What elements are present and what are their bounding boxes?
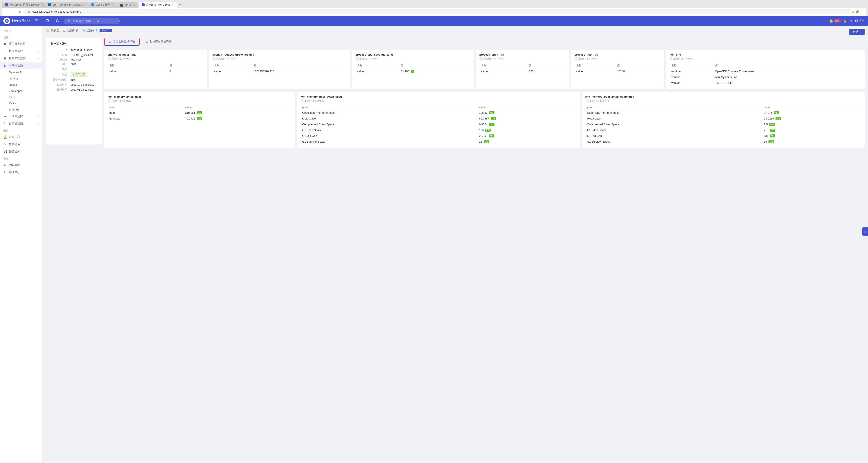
col-name-4: 名称 bbox=[479, 63, 527, 68]
metric-card-shenyu-request-total: shenyu_request_total 🕐 采集时间: 12:03:52 名称… bbox=[104, 50, 207, 89]
address-bar[interactable]: 🔒 localhost:4200/monitors/19523237124864… bbox=[24, 9, 850, 14]
search-input[interactable] bbox=[73, 20, 116, 23]
sidebar-item-os-monitor[interactable]: ⊞ 操作系统监控 ▾ bbox=[0, 55, 42, 62]
tab-favicon-1 bbox=[5, 3, 8, 6]
sidebar-subitem-shenyu[interactable]: ShenYu bbox=[0, 107, 42, 113]
search-bar[interactable]: 🔍 bbox=[64, 18, 120, 24]
forward-button[interactable]: → bbox=[11, 9, 16, 14]
cell-pool: G1 Eden Space bbox=[301, 127, 477, 133]
metric-time-8: 🕐 采集时间: 12:03:52 bbox=[301, 99, 577, 103]
sidebar-item-db-monitor[interactable]: ☰ 数据库监控 ▾ bbox=[0, 48, 42, 55]
browser-tab-2[interactable]: 邮件 - gong tom - Outlook ✕ bbox=[45, 2, 88, 8]
sidebar-subitem-tomcat[interactable]: Tomcat bbox=[0, 76, 42, 82]
table-row: Metaspace 51.7887 MB bbox=[301, 116, 577, 121]
sidebar-item-help-center[interactable]: ? 帮助中心 bbox=[0, 169, 42, 176]
tab-favicon-4 bbox=[120, 4, 123, 7]
sidebar-item-alert-notify[interactable]: 📢 告警通知 bbox=[0, 148, 42, 155]
metrics-row-2: jvm_memory_bytes_used 🕐 采集时间: 12:03:52 a… bbox=[104, 92, 865, 148]
sidebar-item-middleware-monitor[interactable]: ◉ 中间件监控 ▴ bbox=[0, 62, 42, 69]
unit-mb: MB bbox=[489, 123, 494, 126]
unit-mb: MB bbox=[197, 117, 202, 120]
unit-mb: MB bbox=[769, 140, 774, 143]
sidebar-item-alert-center[interactable]: 🔔 告警中心 bbox=[0, 134, 42, 141]
breadcrumb-sep-1: / bbox=[60, 29, 61, 32]
cell-value: OpenJDK Runtime Environment bbox=[713, 68, 861, 75]
menu-button[interactable]: ☰ bbox=[33, 18, 40, 24]
clock-icon-2: 🕐 bbox=[212, 57, 215, 60]
settings-button[interactable]: ⚙ bbox=[849, 19, 852, 23]
cell-value: 6.6624 MB bbox=[477, 121, 577, 127]
lock-button[interactable]: 🔒 bbox=[843, 19, 847, 23]
metric-time-2: 🕐 采集时间: 12:03:52 bbox=[212, 57, 346, 60]
metric-time-7: 🕐 采集时间: 12:03:52 bbox=[107, 99, 291, 103]
metric-title-5: process_max_fds bbox=[575, 53, 661, 56]
expand-icon-middleware: ▴ bbox=[38, 64, 39, 67]
github-button[interactable] bbox=[43, 18, 51, 24]
gitee-button[interactable]: G bbox=[54, 18, 61, 24]
notification-badge: 99+ bbox=[834, 20, 841, 23]
cell-name: version bbox=[670, 80, 713, 86]
sidebar-item-custom-monitor[interactable]: ✎ 自定义监控 ▾ bbox=[0, 120, 42, 127]
middleware-monitor-icon: ◉ bbox=[3, 64, 7, 67]
sidebar-subitem-kafka[interactable]: Kafka bbox=[0, 100, 42, 107]
sidebar-subitem-flink[interactable]: Flink bbox=[0, 94, 42, 100]
sidebar-label-tag-mgmt: 标签管理 bbox=[9, 163, 39, 167]
prop-label-desc: 描述 bbox=[51, 67, 69, 71]
sidebar-subitem-zookeeper[interactable]: Zookeeper bbox=[0, 88, 42, 94]
sidebar-item-alert-threshold[interactable]: ⚠ 告警阈值 bbox=[0, 141, 42, 148]
tab-close-2[interactable]: ✕ bbox=[84, 3, 86, 6]
custom-monitor-icon: ✎ bbox=[3, 122, 7, 125]
alert-threshold-icon: ⚠ bbox=[3, 143, 7, 146]
sidebar-item-app-monitor[interactable]: ▣ 应用服务监控 ▾ bbox=[0, 40, 42, 48]
col-name-1: 名称 bbox=[107, 63, 168, 68]
tab-label-1: HertzBeat · 易用友好的实时监… bbox=[9, 3, 45, 7]
metric-title-7: jvm_memory_bytes_used bbox=[107, 95, 291, 98]
right-panel-settings[interactable]: ⚙ bbox=[862, 227, 868, 236]
col-value-2: 值 bbox=[252, 63, 346, 68]
tab-close-3[interactable]: ✕ bbox=[112, 3, 114, 6]
sidebar-subitem-dynamictp[interactable]: DynamicTp bbox=[0, 69, 42, 76]
table-row: G1 Survivor Space 15 MB bbox=[301, 139, 577, 145]
tab-close-5[interactable]: ✕ bbox=[172, 3, 174, 6]
extensions-btn[interactable]: 🧩 bbox=[856, 10, 860, 13]
more-btn[interactable]: ⋮ bbox=[861, 10, 864, 13]
cell-pool: G1 Old Gen bbox=[301, 133, 477, 139]
tab-history[interactable]: ☰ 监控历史图表详情 bbox=[142, 38, 176, 46]
cell-value: 53.9219 MB bbox=[762, 116, 861, 121]
sidebar-label-help-center: 帮助中心 bbox=[9, 170, 39, 174]
breadcrumb: 🏠 仪表盘 / 📊 监控列表 / 🕐 监控详情 ShenYu bbox=[46, 29, 112, 32]
table-row: CodeHeap 'non-nmethods' 2.4375 MB bbox=[585, 110, 861, 116]
tab-favicon-5 bbox=[142, 3, 145, 6]
back-button[interactable]: ← bbox=[4, 9, 9, 14]
browser-tab-1[interactable]: HertzBeat · 易用友好的实时监… ✕ bbox=[2, 2, 45, 8]
sidebar-item-cloud-monitor[interactable]: ☁ 云原生监控 ▾ bbox=[0, 113, 42, 120]
exit-button[interactable]: ⏻ 退出 bbox=[855, 19, 865, 23]
cell-pool: Metaspace bbox=[301, 116, 477, 121]
col-area: area bbox=[107, 105, 183, 110]
tab-favicon-3 bbox=[91, 3, 94, 6]
new-tab-button[interactable]: + bbox=[177, 2, 183, 8]
cell-value: 6.4105 s bbox=[399, 68, 470, 75]
sidebar-item-tag-mgmt[interactable]: 🏷 标签管理 bbox=[0, 162, 42, 169]
browser-tab-5[interactable]: 监控详情 - HertzBeat ✕ bbox=[138, 2, 177, 8]
breadcrumb-dashboard[interactable]: 仪表盘 bbox=[51, 29, 59, 32]
prop-value-id: 195232371248640 bbox=[69, 48, 97, 53]
tab-close-4[interactable]: ✕ bbox=[133, 4, 135, 7]
table-row: value 10240 bbox=[575, 68, 661, 75]
prop-value-desc bbox=[69, 67, 97, 71]
svg-text:H: H bbox=[6, 20, 7, 22]
browser-tab-3[interactable]: Google 翻译 ✕ bbox=[88, 2, 117, 8]
breadcrumb-sep-2: / bbox=[80, 29, 81, 32]
cell-value: 175 MB bbox=[477, 127, 577, 133]
breadcrumb-monitor-list[interactable]: 监控列表 bbox=[67, 29, 79, 32]
table-row: version 11.0.13+8-LTS bbox=[670, 80, 861, 86]
notification-button[interactable]: 🔔 99+ bbox=[830, 19, 841, 23]
cell-value: 10240 bbox=[615, 68, 661, 75]
sidebar-subitem-nacos[interactable]: Nacos bbox=[0, 82, 42, 88]
refresh-button[interactable]: ↻ bbox=[18, 9, 23, 14]
tab-realtime[interactable]: ☰ 监控实时数据详情 bbox=[105, 38, 139, 46]
logo-icon: H bbox=[3, 18, 10, 24]
browser-tab-4[interactable]: V2EX ✕ bbox=[117, 2, 138, 8]
bookmark-star-btn[interactable]: ☆ bbox=[852, 10, 855, 13]
help-button[interactable]: 帮助 ? bbox=[849, 29, 865, 35]
